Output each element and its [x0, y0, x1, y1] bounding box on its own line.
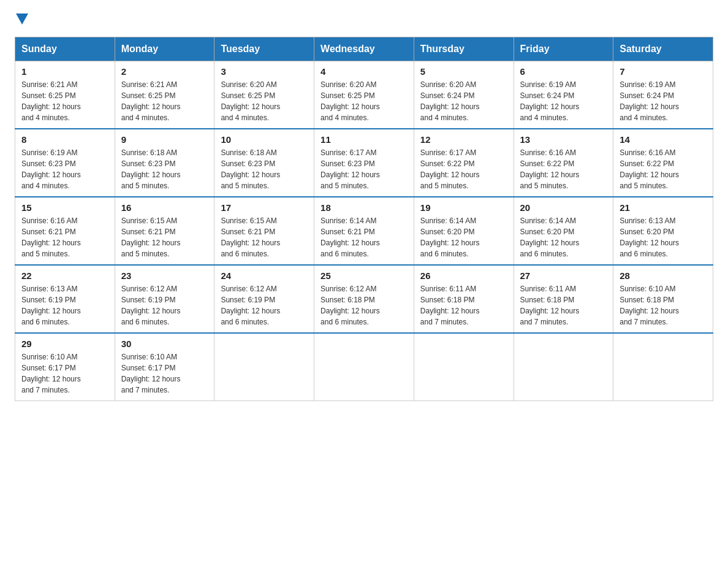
- day-info: Sunrise: 6:18 AMSunset: 6:23 PMDaylight:…: [221, 147, 308, 191]
- calendar-cell: 16Sunrise: 6:15 AMSunset: 6:21 PMDayligh…: [115, 197, 214, 265]
- day-info: Sunrise: 6:15 AMSunset: 6:21 PMDaylight:…: [221, 215, 308, 259]
- day-info: Sunrise: 6:19 AMSunset: 6:24 PMDaylight:…: [620, 79, 707, 123]
- day-info: Sunrise: 6:21 AMSunset: 6:25 PMDaylight:…: [21, 79, 108, 123]
- calendar-table: SundayMondayTuesdayWednesdayThursdayFrid…: [15, 37, 713, 401]
- day-number: 14: [620, 134, 707, 145]
- calendar-cell: 21Sunrise: 6:13 AMSunset: 6:20 PMDayligh…: [613, 197, 713, 265]
- header-friday: Friday: [514, 37, 613, 61]
- day-info: Sunrise: 6:12 AMSunset: 6:18 PMDaylight:…: [320, 283, 408, 327]
- day-number: 21: [620, 202, 707, 213]
- day-info: Sunrise: 6:17 AMSunset: 6:22 PMDaylight:…: [420, 147, 507, 191]
- day-info: Sunrise: 6:13 AMSunset: 6:20 PMDaylight:…: [620, 215, 707, 259]
- calendar-header-row: SundayMondayTuesdayWednesdayThursdayFrid…: [15, 37, 713, 61]
- day-info: Sunrise: 6:18 AMSunset: 6:23 PMDaylight:…: [121, 147, 208, 191]
- calendar-cell: 14Sunrise: 6:16 AMSunset: 6:22 PMDayligh…: [613, 129, 713, 197]
- day-number: 18: [320, 202, 408, 213]
- calendar-cell: 17Sunrise: 6:15 AMSunset: 6:21 PMDayligh…: [214, 197, 314, 265]
- day-number: 26: [420, 270, 507, 281]
- calendar-cell: 9Sunrise: 6:18 AMSunset: 6:23 PMDaylight…: [115, 129, 214, 197]
- calendar-cell: 25Sunrise: 6:12 AMSunset: 6:18 PMDayligh…: [314, 265, 414, 333]
- day-info: Sunrise: 6:14 AMSunset: 6:20 PMDaylight:…: [520, 215, 607, 259]
- day-number: 23: [121, 270, 208, 281]
- day-info: Sunrise: 6:13 AMSunset: 6:19 PMDaylight:…: [21, 283, 108, 327]
- day-info: Sunrise: 6:10 AMSunset: 6:17 PMDaylight:…: [21, 351, 108, 396]
- day-info: Sunrise: 6:20 AMSunset: 6:25 PMDaylight:…: [221, 79, 308, 123]
- day-info: Sunrise: 6:12 AMSunset: 6:19 PMDaylight:…: [121, 283, 208, 327]
- day-number: 28: [620, 270, 707, 281]
- day-number: 27: [520, 270, 607, 281]
- day-info: Sunrise: 6:10 AMSunset: 6:17 PMDaylight:…: [121, 351, 208, 396]
- calendar-cell: 28Sunrise: 6:10 AMSunset: 6:18 PMDayligh…: [613, 265, 713, 333]
- day-number: 13: [520, 134, 607, 145]
- day-number: 12: [420, 134, 507, 145]
- day-info: Sunrise: 6:16 AMSunset: 6:22 PMDaylight:…: [620, 147, 707, 191]
- calendar-cell: [414, 333, 514, 401]
- calendar-cell: 18Sunrise: 6:14 AMSunset: 6:21 PMDayligh…: [314, 197, 414, 265]
- day-number: 1: [21, 66, 108, 77]
- day-info: Sunrise: 6:14 AMSunset: 6:20 PMDaylight:…: [420, 215, 507, 259]
- day-number: 11: [320, 134, 408, 145]
- calendar-cell: 30Sunrise: 6:10 AMSunset: 6:17 PMDayligh…: [115, 333, 214, 401]
- day-number: 15: [21, 202, 108, 213]
- calendar-cell: 15Sunrise: 6:16 AMSunset: 6:21 PMDayligh…: [15, 197, 115, 265]
- calendar-cell: [613, 333, 713, 401]
- calendar-cell: 2Sunrise: 6:21 AMSunset: 6:25 PMDaylight…: [115, 61, 214, 129]
- logo-triangle-icon: [16, 13, 28, 25]
- day-info: Sunrise: 6:19 AMSunset: 6:23 PMDaylight:…: [21, 147, 108, 191]
- day-info: Sunrise: 6:21 AMSunset: 6:25 PMDaylight:…: [121, 79, 208, 123]
- header-monday: Monday: [115, 37, 214, 61]
- day-number: 19: [420, 202, 507, 213]
- calendar-cell: 1Sunrise: 6:21 AMSunset: 6:25 PMDaylight…: [15, 61, 115, 129]
- day-number: 6: [520, 66, 607, 77]
- day-number: 7: [620, 66, 707, 77]
- logo: [15, 15, 29, 25]
- day-info: Sunrise: 6:12 AMSunset: 6:19 PMDaylight:…: [221, 283, 308, 327]
- day-number: 20: [520, 202, 607, 213]
- day-number: 4: [320, 66, 408, 77]
- calendar-week-5: 29Sunrise: 6:10 AMSunset: 6:17 PMDayligh…: [15, 333, 713, 401]
- day-info: Sunrise: 6:16 AMSunset: 6:21 PMDaylight:…: [21, 215, 108, 259]
- calendar-cell: 13Sunrise: 6:16 AMSunset: 6:22 PMDayligh…: [514, 129, 613, 197]
- day-info: Sunrise: 6:19 AMSunset: 6:24 PMDaylight:…: [520, 79, 607, 123]
- day-number: 29: [21, 339, 108, 349]
- day-info: Sunrise: 6:11 AMSunset: 6:18 PMDaylight:…: [420, 283, 507, 327]
- day-info: Sunrise: 6:20 AMSunset: 6:25 PMDaylight:…: [320, 79, 408, 123]
- day-number: 2: [121, 66, 208, 77]
- calendar-cell: 12Sunrise: 6:17 AMSunset: 6:22 PMDayligh…: [414, 129, 514, 197]
- day-number: 3: [221, 66, 308, 77]
- day-info: Sunrise: 6:16 AMSunset: 6:22 PMDaylight:…: [520, 147, 607, 191]
- calendar-cell: [314, 333, 414, 401]
- calendar-week-1: 1Sunrise: 6:21 AMSunset: 6:25 PMDaylight…: [15, 61, 713, 129]
- calendar-week-4: 22Sunrise: 6:13 AMSunset: 6:19 PMDayligh…: [15, 265, 713, 333]
- header-sunday: Sunday: [15, 37, 115, 61]
- calendar-cell: 7Sunrise: 6:19 AMSunset: 6:24 PMDaylight…: [613, 61, 713, 129]
- calendar-cell: 22Sunrise: 6:13 AMSunset: 6:19 PMDayligh…: [15, 265, 115, 333]
- calendar-cell: 8Sunrise: 6:19 AMSunset: 6:23 PMDaylight…: [15, 129, 115, 197]
- day-info: Sunrise: 6:15 AMSunset: 6:21 PMDaylight:…: [121, 215, 208, 259]
- day-number: 9: [121, 134, 208, 145]
- calendar-cell: 20Sunrise: 6:14 AMSunset: 6:20 PMDayligh…: [514, 197, 613, 265]
- page-header: [15, 15, 713, 25]
- calendar-week-3: 15Sunrise: 6:16 AMSunset: 6:21 PMDayligh…: [15, 197, 713, 265]
- day-number: 24: [221, 270, 308, 281]
- day-number: 17: [221, 202, 308, 213]
- header-wednesday: Wednesday: [314, 37, 414, 61]
- calendar-cell: 5Sunrise: 6:20 AMSunset: 6:24 PMDaylight…: [414, 61, 514, 129]
- day-number: 22: [21, 270, 108, 281]
- day-info: Sunrise: 6:14 AMSunset: 6:21 PMDaylight:…: [320, 215, 408, 259]
- day-info: Sunrise: 6:17 AMSunset: 6:23 PMDaylight:…: [320, 147, 408, 191]
- calendar-cell: [214, 333, 314, 401]
- calendar-cell: [514, 333, 613, 401]
- day-info: Sunrise: 6:11 AMSunset: 6:18 PMDaylight:…: [520, 283, 607, 327]
- calendar-cell: 3Sunrise: 6:20 AMSunset: 6:25 PMDaylight…: [214, 61, 314, 129]
- calendar-cell: 11Sunrise: 6:17 AMSunset: 6:23 PMDayligh…: [314, 129, 414, 197]
- day-info: Sunrise: 6:10 AMSunset: 6:18 PMDaylight:…: [620, 283, 707, 327]
- header-saturday: Saturday: [613, 37, 713, 61]
- calendar-cell: 23Sunrise: 6:12 AMSunset: 6:19 PMDayligh…: [115, 265, 214, 333]
- day-number: 10: [221, 134, 308, 145]
- day-number: 5: [420, 66, 507, 77]
- day-number: 16: [121, 202, 208, 213]
- calendar-cell: 29Sunrise: 6:10 AMSunset: 6:17 PMDayligh…: [15, 333, 115, 401]
- header-thursday: Thursday: [414, 37, 514, 61]
- day-number: 25: [320, 270, 408, 281]
